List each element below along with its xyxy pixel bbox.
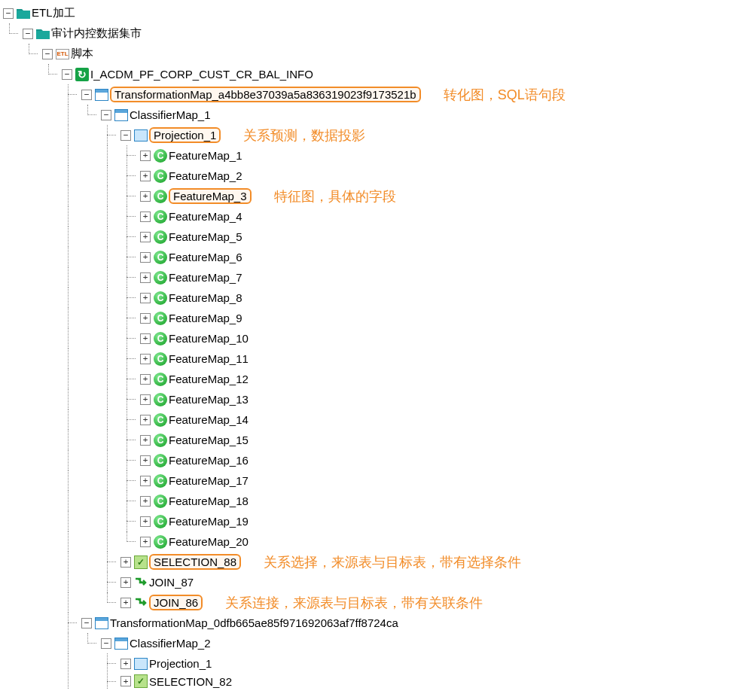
expand-icon[interactable]: + [140, 252, 151, 263]
tree-label: ClassifierMap_1 [130, 108, 211, 121]
tree-node-proj2[interactable]: + Projection_1 [3, 653, 735, 674]
tree-node-featuremap[interactable]: +CFeatureMap_10 [3, 328, 735, 348]
tree-label: ETL加工 [32, 6, 75, 20]
projection-icon [134, 129, 148, 142]
tree-node-root[interactable]: − ETL加工 [3, 3, 735, 23]
tree-node-featuremap[interactable]: +CFeatureMap_14 [3, 409, 735, 430]
collapse-icon[interactable]: − [62, 69, 72, 80]
etl-icon: ETL [56, 47, 69, 61]
tree-label: FeatureMap_10 [169, 332, 249, 345]
collapse-icon[interactable]: − [81, 618, 92, 628]
tree-node-featuremap[interactable]: +CFeatureMap_8 [3, 288, 735, 308]
tree-node-featuremap[interactable]: +CFeatureMap_13 [3, 389, 735, 409]
expand-icon[interactable]: + [140, 151, 151, 161]
tree-node-join87[interactable]: + JOIN_87 [3, 572, 735, 592]
tree-node-selection82[interactable]: + SELECTION_82 [3, 674, 735, 689]
expand-icon[interactable]: + [140, 354, 151, 364]
tree-node-featuremap[interactable]: +CFeatureMap_7 [3, 267, 735, 288]
tree-label: FeatureMap_1 [169, 149, 242, 162]
tree-node-featuremap[interactable]: +CFeatureMap_4 [3, 206, 735, 227]
tree-label: TransformationMap_a4bb8e37039a5a83631902… [110, 87, 421, 102]
feature-icon: C [154, 495, 167, 508]
expand-icon[interactable]: + [120, 577, 131, 588]
tree-node-featuremap[interactable]: +CFeatureMap_19 [3, 511, 735, 531]
expand-icon[interactable]: + [140, 415, 151, 425]
tree-node-scripts[interactable]: − ETL 脚本 [3, 44, 735, 64]
tree-node-selection88[interactable]: + SELECTION_88 关系选择，来源表与目标表，带有选择条件 [3, 552, 735, 572]
tree-node-featuremap[interactable]: +CFeatureMap_20 [3, 531, 735, 552]
expand-icon[interactable]: + [140, 171, 151, 181]
feature-icon: C [154, 271, 167, 285]
feature-icon: C [154, 251, 167, 264]
collapse-icon[interactable]: − [101, 110, 111, 120]
svg-rect-10 [115, 638, 127, 641]
tree-node-datamart[interactable]: − 审计内控数据集市 [3, 23, 735, 44]
tree-label: FeatureMap_14 [169, 413, 249, 426]
tree-node-cmap1[interactable]: − ClassifierMap_1 [3, 105, 735, 125]
tree-node-featuremap[interactable]: +CFeatureMap_15 [3, 430, 735, 450]
tree-node-tmap2[interactable]: − TransformationMap_0dfb665ae85f97169206… [3, 613, 735, 633]
expand-icon[interactable]: + [140, 374, 151, 385]
tree-node-featuremap[interactable]: +CFeatureMap_18 [3, 491, 735, 511]
expand-icon[interactable]: + [120, 598, 131, 608]
expand-icon[interactable]: + [140, 232, 151, 242]
feature-icon: C [154, 373, 167, 386]
selection-icon [134, 674, 148, 688]
tree-node-featuremap[interactable]: +CFeatureMap_17 [3, 470, 735, 491]
annotation-text: 特征图，具体的字段 [274, 187, 396, 205]
feature-icon: C [154, 230, 167, 244]
expand-icon[interactable]: + [140, 272, 151, 283]
tree-label: FeatureMap_13 [169, 393, 249, 406]
feature-icon: C [154, 352, 167, 366]
tree-node-join86[interactable]: + JOIN_86 关系连接，来源表与目标表，带有关联条件 [3, 592, 735, 613]
expand-icon[interactable]: + [140, 476, 151, 486]
projection-icon [134, 657, 148, 671]
map-icon [95, 88, 108, 102]
tree-label: TransformationMap_0dfb665ae85f971692063a… [110, 616, 398, 629]
collapse-icon[interactable]: − [101, 638, 111, 649]
expand-icon[interactable]: + [140, 435, 151, 446]
tree-node-featuremap[interactable]: +CFeatureMap_16 [3, 450, 735, 470]
expand-icon[interactable]: + [140, 293, 151, 303]
expand-icon[interactable]: + [140, 496, 151, 507]
feature-icon: C [154, 434, 167, 447]
tree-label: JOIN_87 [149, 576, 194, 589]
expand-icon[interactable]: + [140, 333, 151, 344]
tree-node-featuremap[interactable]: +CFeatureMap_1 [3, 145, 735, 166]
expand-icon[interactable]: + [140, 394, 151, 405]
expand-icon[interactable]: + [140, 313, 151, 324]
feature-icon: C [154, 454, 167, 467]
collapse-icon[interactable]: − [3, 8, 14, 19]
expand-icon[interactable]: + [140, 537, 151, 547]
tree-node-tmap1[interactable]: − TransformationMap_a4bb8e37039a5a836319… [3, 84, 735, 105]
expand-icon[interactable]: + [120, 659, 131, 669]
expand-icon[interactable]: + [140, 516, 151, 527]
tree-node-featuremap[interactable]: +CFeatureMap_9 [3, 308, 735, 328]
tree-label: FeatureMap_11 [169, 352, 249, 365]
selection-icon [134, 555, 148, 569]
collapse-icon[interactable]: − [42, 49, 53, 59]
tree-node-job[interactable]: − ↻ I_ACDM_PF_CORP_CUST_CR_BAL_INFO [3, 64, 735, 84]
tree-node-cmap2[interactable]: − ClassifierMap_2 [3, 633, 735, 653]
collapse-icon[interactable]: − [81, 90, 92, 100]
expand-icon[interactable]: + [140, 212, 151, 222]
tree-node-proj1[interactable]: − Projection_1 关系预测，数据投影 [3, 125, 735, 145]
collapse-icon[interactable]: − [120, 130, 131, 141]
tree-label: Projection_1 [149, 127, 221, 143]
tree-label: JOIN_86 [149, 595, 203, 610]
expand-icon[interactable]: + [120, 557, 131, 568]
feature-icon: C [154, 393, 167, 406]
collapse-icon[interactable]: − [23, 29, 33, 39]
expand-icon[interactable]: + [120, 676, 131, 686]
expand-icon[interactable]: + [140, 455, 151, 466]
tree-node-featuremap[interactable]: +CFeatureMap_6 [3, 247, 735, 267]
join-icon [134, 596, 148, 610]
tree-node-featuremap[interactable]: +CFeatureMap_11 [3, 348, 735, 369]
tree-node-featuremap[interactable]: +CFeatureMap_12 [3, 369, 735, 389]
svg-rect-11 [135, 658, 148, 669]
tree-node-featuremap[interactable]: +CFeatureMap_2 [3, 166, 735, 186]
tree-label: SELECTION_88 [149, 554, 241, 570]
tree-node-featuremap[interactable]: +CFeatureMap_3特征图，具体的字段 [3, 186, 735, 206]
tree-node-featuremap[interactable]: +CFeatureMap_5 [3, 227, 735, 247]
expand-icon[interactable]: + [140, 191, 151, 202]
